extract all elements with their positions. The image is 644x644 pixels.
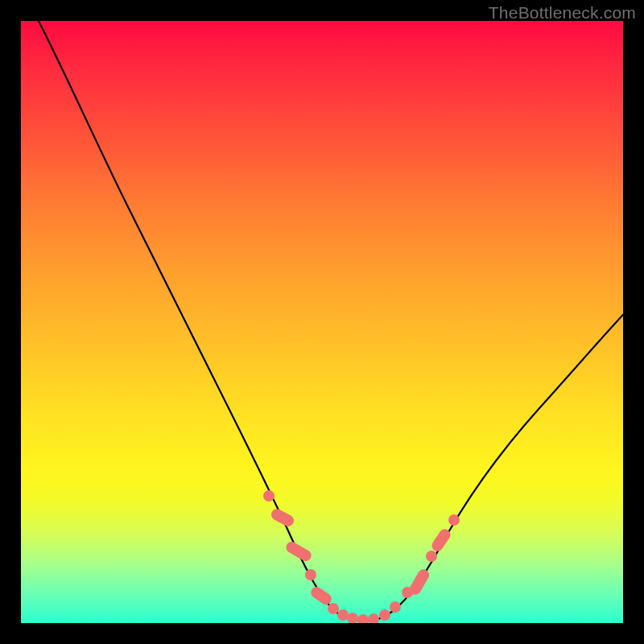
marker-dot [407,568,431,597]
marker-dot [337,609,349,621]
marker-dot [328,603,339,614]
marker-dot [269,507,295,528]
marker-dot [448,514,460,526]
watermark-text: TheBottleneck.com [489,3,636,23]
bottleneck-curve [39,21,623,621]
plot-svg [21,21,623,623]
marker-group [263,490,460,623]
marker-dot [305,569,316,580]
marker-dot [263,490,275,502]
marker-dot [390,601,401,613]
chart-area [21,21,623,623]
marker-dot [426,551,437,562]
marker-dot [368,613,379,623]
marker-dot [379,609,390,621]
marker-dot [347,613,358,623]
marker-dot [309,584,334,607]
marker-dot [284,539,313,563]
marker-dot [357,614,369,623]
